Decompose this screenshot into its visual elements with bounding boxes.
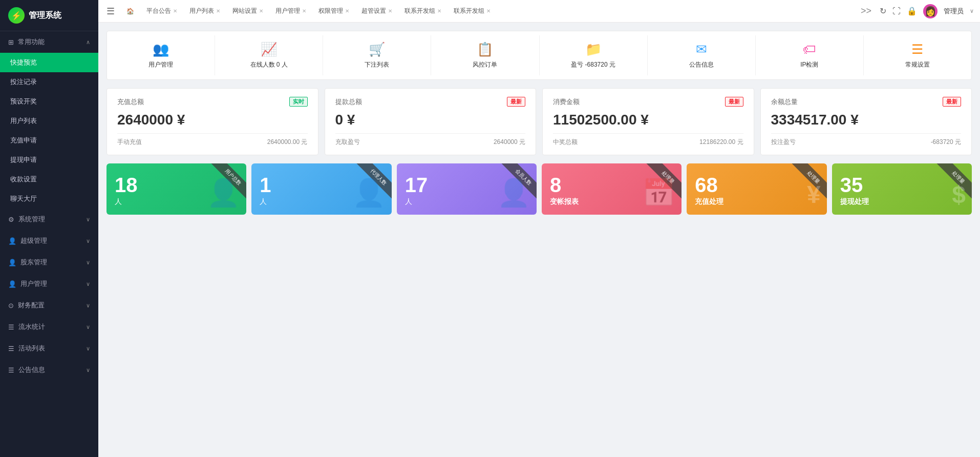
chevron-down-icon-shareholder: ∨ bbox=[86, 259, 90, 266]
sidebar-section-label-announcement: 公告信息 bbox=[18, 365, 45, 375]
cards-row: 用户总数 18 人 👤 代理人数 1 人 👤 会员人数 17 bbox=[106, 163, 972, 215]
profit-loss-icon: 📁 bbox=[585, 41, 602, 57]
card-recharge-process-icon: ¥ bbox=[807, 180, 821, 209]
stat-sub-label-recharge: 手动充值 bbox=[117, 138, 142, 147]
card-agent-count[interactable]: 代理人数 1 人 👤 bbox=[251, 163, 391, 215]
card-withdraw-process[interactable]: 处理量 35 提现处理 $ bbox=[832, 163, 972, 215]
shortcut-announcement[interactable]: ✉ 公告信息 bbox=[648, 35, 756, 75]
tab-devgroup1-close[interactable]: ✕ bbox=[437, 8, 441, 14]
tab-permission-close[interactable]: ✕ bbox=[345, 8, 349, 14]
sidebar-item-recharge[interactable]: 充值申请 bbox=[0, 131, 98, 150]
topbar-tabs: 🏠 平台公告 ✕ 用户列表 ✕ 网站设置 ✕ 用户管理 ✕ 权限管理 ✕ bbox=[121, 3, 853, 19]
shortcut-announcement-label: 公告信息 bbox=[689, 60, 714, 69]
tab-devgroup2[interactable]: 联系开发组 ✕ bbox=[448, 3, 496, 19]
tab-platform[interactable]: 平台公告 ✕ bbox=[141, 3, 183, 19]
admin-dropdown-icon[interactable]: ∨ bbox=[970, 8, 974, 14]
sidebar-section-header-system[interactable]: ⚙ 系统管理 ∨ bbox=[0, 209, 98, 230]
stat-sub-label-balance: 投注盈亏 bbox=[771, 138, 796, 147]
stat-card-consume: 消费金额 最新 11502500.00 ¥ 中奖总额 12186220.00 元 bbox=[542, 88, 754, 155]
card-withdraw-process-icon: $ bbox=[952, 180, 966, 209]
card-member-count[interactable]: 会员人数 17 人 👤 bbox=[397, 163, 537, 215]
tab-usermgr-close[interactable]: ✕ bbox=[302, 8, 306, 14]
shortcut-order-list[interactable]: 🛒 下注列表 bbox=[323, 35, 431, 75]
sidebar-item-withdraw[interactable]: 提现申请 bbox=[0, 150, 98, 170]
shortcut-ip-detect[interactable]: 🏷 IP检测 bbox=[756, 35, 864, 75]
main-content: ☰ 🏠 平台公告 ✕ 用户列表 ✕ 网站设置 ✕ 用户管理 ✕ bbox=[98, 0, 980, 457]
tab-website[interactable]: 网站设置 ✕ bbox=[227, 3, 269, 19]
stat-card-recharge: 充值总额 实时 2640000 ¥ 手动充值 2640000.00 元 bbox=[106, 88, 318, 155]
card-recharge-process[interactable]: 处理量 68 充值处理 ¥ bbox=[687, 163, 826, 215]
sidebar-item-chat[interactable]: 聊天大厅 bbox=[0, 189, 98, 209]
shortcut-risk-order[interactable]: 📋 风控订单 bbox=[431, 35, 539, 75]
sidebar-section-header-finance[interactable]: ⊙ 财务配置 ∨ bbox=[0, 295, 98, 316]
tab-website-close[interactable]: ✕ bbox=[259, 8, 263, 14]
stat-value-recharge: 2640000 ¥ bbox=[117, 112, 308, 128]
sidebar-section-header-flow[interactable]: ☰ 流水统计 ∨ bbox=[0, 316, 98, 338]
tab-superadmin-close[interactable]: ✕ bbox=[388, 8, 392, 14]
sidebar-item-invest[interactable]: 投注记录 bbox=[0, 72, 98, 92]
shortcut-user-mgr[interactable]: 👥 用户管理 bbox=[107, 35, 215, 75]
sidebar-item-preset[interactable]: 预设开奖 bbox=[0, 92, 98, 111]
avatar: 👩 bbox=[923, 4, 938, 18]
sidebar-section-label-super: 超级管理 bbox=[20, 236, 47, 245]
stat-card-balance: 余额总量 最新 3334517.00 ¥ 投注盈亏 -683720 元 bbox=[760, 88, 972, 155]
refresh-icon[interactable]: ↻ bbox=[880, 6, 886, 16]
tab-permission[interactable]: 权限管理 ✕ bbox=[313, 3, 355, 19]
announcement-shortcut-icon: ✉ bbox=[696, 41, 707, 57]
logo-text: 管理系统 bbox=[29, 10, 61, 21]
sidebar-item-label-userlist: 用户列表 bbox=[10, 116, 37, 126]
sidebar-section-header-super[interactable]: 👤 超级管理 ∨ bbox=[0, 230, 98, 252]
shortcuts-bar: 👥 用户管理 📈 在线人数 0 人 🛒 下注列表 📋 风控订单 📁 盈亏 -68… bbox=[106, 31, 972, 80]
tab-devgroup1-label: 联系开发组 bbox=[404, 7, 435, 15]
system-icon: ⚙ bbox=[8, 216, 14, 223]
tab-devgroup2-close[interactable]: ✕ bbox=[486, 8, 491, 14]
user-mgr-icon: 👥 bbox=[153, 41, 169, 57]
menu-toggle-icon[interactable]: ☰ bbox=[104, 4, 117, 19]
chevron-down-icon-flow: ∨ bbox=[86, 324, 90, 330]
shortcut-online-count-label: 在线人数 0 人 bbox=[250, 60, 288, 69]
tab-home[interactable]: 🏠 bbox=[121, 4, 140, 18]
super-icon: 👤 bbox=[8, 237, 16, 245]
stat-value-consume: 11502500.00 ¥ bbox=[553, 112, 743, 128]
card-member-count-icon: 👤 bbox=[497, 177, 530, 209]
stat-sub-value-withdraw: 2640000 元 bbox=[494, 138, 525, 147]
topbar-right: ↻ ⛶ 🔒 👩 管理员 ∨ bbox=[880, 4, 974, 18]
tab-usermgr[interactable]: 用户管理 ✕ bbox=[270, 3, 312, 19]
tab-platform-close[interactable]: ✕ bbox=[173, 8, 177, 14]
chevron-down-icon-announcement: ∨ bbox=[86, 367, 90, 373]
online-count-icon: 📈 bbox=[261, 41, 277, 57]
shortcut-general-setting[interactable]: ☰ 常规设置 bbox=[864, 35, 971, 75]
sidebar-section-header-usermgr[interactable]: 👤 用户管理 ∨ bbox=[0, 273, 98, 295]
tab-superadmin[interactable]: 超管设置 ✕ bbox=[356, 3, 398, 19]
sidebar-item-userlist[interactable]: 用户列表 bbox=[0, 111, 98, 131]
card-withdraw-process-label: 提现处理 bbox=[840, 197, 964, 206]
stat-card-withdraw: 提款总额 最新 0 ¥ 充取盈亏 2640000 元 bbox=[325, 88, 537, 155]
shortcut-risk-order-label: 风控订单 bbox=[473, 60, 497, 69]
shortcut-online-count[interactable]: 📈 在线人数 0 人 bbox=[215, 35, 323, 75]
sidebar-section-header-announcement[interactable]: ☰ 公告信息 ∨ bbox=[0, 359, 98, 381]
topbar-more-icon[interactable]: >> bbox=[857, 4, 876, 18]
tab-userlist[interactable]: 用户列表 ✕ bbox=[184, 3, 226, 19]
sidebar-section-label-common: 常用功能 bbox=[18, 37, 45, 47]
stat-title-balance: 余额总量 bbox=[771, 97, 798, 107]
home-tab-icon: 🏠 bbox=[126, 8, 134, 15]
home-icon: ⊞ bbox=[8, 38, 14, 46]
sidebar: ⚡ 管理系统 ⊞ 常用功能 ∧ 快捷预览 投注记录 预设开奖 用户列表 充值申请… bbox=[0, 0, 98, 457]
card-user-count[interactable]: 用户总数 18 人 👤 bbox=[106, 163, 246, 215]
tab-userlist-close[interactable]: ✕ bbox=[216, 8, 220, 14]
sidebar-section-header-common[interactable]: ⊞ 常用功能 ∧ bbox=[0, 31, 98, 53]
general-setting-icon: ☰ bbox=[911, 41, 923, 57]
sidebar-item-collect[interactable]: 收款设置 bbox=[0, 170, 98, 189]
sidebar-item-quick[interactable]: 快捷预览 bbox=[0, 53, 98, 72]
tab-devgroup1[interactable]: 联系开发组 ✕ bbox=[399, 3, 447, 19]
stat-sub-value-consume: 12186220.00 元 bbox=[699, 138, 743, 147]
admin-name[interactable]: 管理员 bbox=[944, 7, 964, 16]
lock-icon[interactable]: 🔒 bbox=[907, 6, 917, 16]
card-change-report[interactable]: 处理量 8 变帐报表 📅 bbox=[542, 163, 681, 215]
sidebar-section-header-shareholder[interactable]: 👤 股东管理 ∨ bbox=[0, 252, 98, 273]
shortcut-profit-loss[interactable]: 📁 盈亏 -683720 元 bbox=[540, 35, 648, 75]
fullscreen-icon[interactable]: ⛶ bbox=[892, 7, 901, 16]
sidebar-section-header-activity[interactable]: ☰ 活动列表 ∨ bbox=[0, 338, 98, 359]
shareholder-icon: 👤 bbox=[8, 259, 16, 266]
stat-badge-consume: 最新 bbox=[725, 97, 743, 107]
